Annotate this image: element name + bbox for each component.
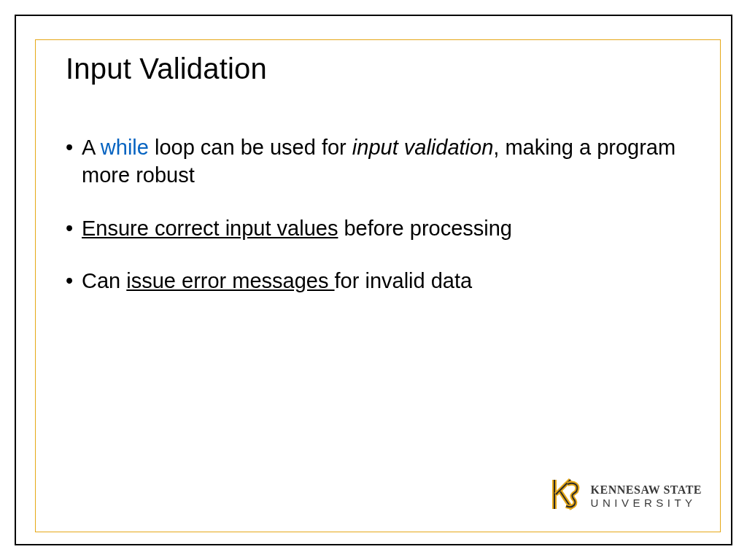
bullet-item: A while loop can be used for input valid… [66,133,681,190]
logo-line1: KENNESAW STATE [591,484,702,496]
slide-title: Input Validation [66,52,681,85]
bullet-segment: Can [82,269,126,292]
bullet-segment: input validation [352,136,493,159]
bullet-segment: loop can be used for [149,136,352,159]
university-logo: KENNESAW STATE UNIVERSITY [550,477,702,515]
bullet-list: A while loop can be used for input valid… [66,133,681,295]
logo-text: KENNESAW STATE UNIVERSITY [591,484,702,508]
bullet-segment: for invalid data [335,269,473,292]
logo-line2: UNIVERSITY [591,497,702,508]
ks-interlock-icon [550,477,582,515]
bullet-item: Can issue error messages for invalid dat… [66,267,681,295]
bullet-segment: before processing [338,217,512,240]
bullet-item: Ensure correct input values before proce… [66,214,681,242]
bullet-segment: A [82,136,101,159]
bullet-segment: issue error messages [126,269,334,292]
bullet-segment: Ensure correct input values [82,217,338,240]
bullet-segment: while [101,136,149,159]
slide-content: Input Validation A while loop can be use… [66,52,681,319]
